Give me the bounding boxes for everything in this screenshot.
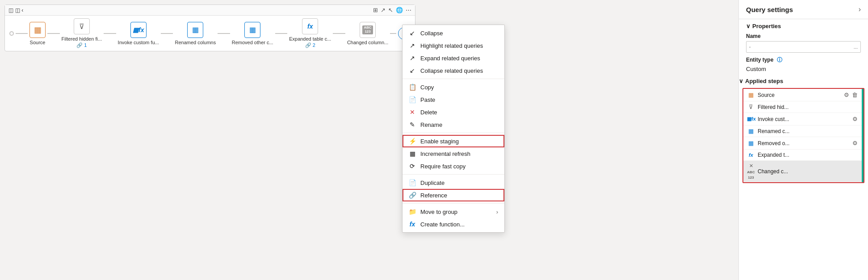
collapse-icon[interactable]: ↖: [388, 7, 393, 13]
expanded-step-icon[interactable]: fx: [302, 18, 318, 34]
move-to-group-label: Move to group: [420, 209, 457, 215]
removed-step-list-icon: ▦: [747, 140, 755, 146]
expand-icon[interactable]: ↗: [381, 7, 386, 13]
more-icon[interactable]: ⋯: [406, 7, 411, 13]
removed-settings-btn[interactable]: ⚙: [852, 139, 858, 147]
applied-step-expanded[interactable]: fx Expanded t...: [743, 150, 864, 161]
menu-item-duplicate[interactable]: 📄 Duplicate: [403, 176, 504, 189]
source-step-icon[interactable]: ▦: [29, 22, 46, 38]
renamed-step-icon[interactable]: ▦: [187, 22, 203, 38]
menu-item-incremental-refresh[interactable]: ▦ Incremental refresh: [403, 147, 504, 160]
filtered-step-icon[interactable]: ⊽: [74, 18, 90, 34]
menu-item-enable-staging[interactable]: ⚡ Enable staging: [403, 135, 504, 147]
connector-3: [161, 33, 173, 34]
reference-menu-icon: 🔗: [409, 192, 416, 199]
expanded-step-list-icon: fx: [747, 152, 755, 158]
changed-step-label: Changed column...: [347, 40, 388, 45]
filtered-step-list-label: Filtered hid...: [758, 104, 858, 110]
entity-type-row: Entity type ⓘ Custom: [746, 56, 861, 72]
separator-1: [403, 79, 504, 79]
entity-type-label: Entity type ⓘ: [746, 56, 861, 64]
properties-section-header[interactable]: ∨ Properties: [746, 23, 861, 29]
highlight-related-icon: ↗: [409, 42, 416, 49]
pipeline-step-renamed[interactable]: ▦ Renamed columns: [175, 22, 216, 45]
menu-item-highlight-related[interactable]: ↗ Highlight related queries: [403, 39, 504, 52]
entity-type-info-icon: ⓘ: [777, 57, 782, 63]
pipeline-step-invoke[interactable]: ▦fx Invoke custom fu...: [118, 22, 159, 45]
removed-step-actions: ⚙: [852, 139, 858, 147]
source-teal-bar: [862, 89, 864, 101]
query-editor-card: ◫ ◫ ‹ ⊞ ↗ ↖ 🌐 ⋯ ▦ Source: [4, 4, 415, 51]
changed-step-list-label: Changed c...: [758, 168, 858, 175]
changed-step-icon[interactable]: ABC 123: [360, 22, 376, 38]
delete-menu-icon: ✕: [409, 109, 416, 116]
source-settings-btn[interactable]: ⚙: [843, 91, 850, 99]
changed-teal-bar: [862, 161, 864, 182]
pipeline-step-expanded[interactable]: fx Expanded table c... 🔗 2: [289, 18, 331, 48]
menu-item-copy[interactable]: 📋 Copy: [403, 81, 504, 93]
main-area: ◫ ◫ ‹ ⊞ ↗ ↖ 🌐 ⋯ ▦ Source: [0, 0, 738, 280]
removed-icon: ▦: [249, 25, 256, 34]
menu-item-expand-related[interactable]: ↗ Expand related queries: [403, 52, 504, 64]
pipeline-step-changed[interactable]: ABC 123 Changed column...: [347, 22, 388, 45]
card-title-text: ◫ ‹: [15, 7, 23, 13]
applied-step-invoke[interactable]: ▦fx Invoke cust... ⚙: [743, 113, 864, 125]
applied-steps-header[interactable]: ∨ Applied steps: [739, 78, 868, 84]
filtered-teal-bar: [862, 101, 864, 113]
pipeline-step-source[interactable]: ▦ Source: [29, 22, 46, 45]
refresh-icon[interactable]: 🌐: [396, 7, 403, 13]
menu-item-create-function[interactable]: fx Create function...: [403, 218, 504, 230]
filtered-step-label: Filtered hidden fi...: [62, 36, 102, 42]
connector-1: [47, 33, 60, 34]
menu-item-collapse-related[interactable]: ↙ Collapse related queries: [403, 64, 504, 77]
menu-item-paste[interactable]: 📄 Paste: [403, 93, 504, 106]
paste-menu-icon: 📄: [409, 96, 416, 103]
renamed-teal-bar: [862, 125, 864, 137]
menu-item-delete[interactable]: ✕ Delete: [403, 106, 504, 118]
menu-item-rename[interactable]: ✎ Rename: [403, 118, 504, 131]
pipeline-step-removed[interactable]: ▦ Removed other c...: [232, 22, 273, 45]
source-step-list-icon: ▦: [747, 92, 755, 98]
expand-related-icon: ↗: [409, 54, 416, 62]
renamed-step-list-icon: ▦: [747, 128, 755, 134]
applied-step-filtered[interactable]: ⊽ Filtered hid...: [743, 101, 864, 113]
paste-menu-label: Paste: [420, 96, 435, 103]
menu-item-require-fast-copy[interactable]: ⟳ Require fast copy: [403, 160, 504, 172]
abc123-icon: ABC 123: [362, 25, 373, 34]
removed-step-icon[interactable]: ▦: [244, 22, 260, 38]
menu-item-reference[interactable]: 🔗 Reference: [403, 189, 504, 201]
connector-5: [275, 33, 288, 34]
applied-step-removed[interactable]: ▦ Removed o... ⚙: [743, 137, 864, 150]
expand-related-label: Expand related queries: [420, 55, 480, 62]
menu-item-collapse[interactable]: ↙ Collapse: [403, 27, 504, 39]
move-to-group-icon: 📁: [409, 208, 416, 215]
share-icon[interactable]: ⊞: [373, 7, 378, 13]
expanded-teal-bar: [862, 150, 864, 161]
pipeline-step-filtered[interactable]: ⊽ Filtered hidden fi... 🔗 1: [62, 18, 102, 48]
invoke-step-label: Invoke custom fu...: [118, 40, 159, 45]
renamed-icon: ▦: [192, 25, 199, 34]
renamed-step-label: Renamed columns: [175, 40, 216, 45]
highlight-related-label: Highlight related queries: [420, 42, 483, 49]
entity-type-value: Custom: [746, 66, 861, 72]
collapse-related-icon: ↙: [409, 67, 416, 74]
panel-collapse-chevron[interactable]: ›: [859, 5, 861, 13]
name-value-text: ·: [749, 44, 751, 50]
applied-step-renamed[interactable]: ▦ Renamed c...: [743, 125, 864, 137]
rename-menu-icon: ✎: [409, 121, 416, 128]
invoke-settings-btn[interactable]: ⚙: [852, 115, 858, 123]
fx-icon: fx: [307, 23, 313, 30]
applied-step-source[interactable]: ▦ Source ⚙ 🗑: [743, 89, 864, 101]
menu-item-move-to-group[interactable]: 📁 Move to group ›: [403, 205, 504, 218]
filter-icon: ⊽: [79, 22, 84, 31]
invoke-step-list-label: Invoke cust...: [758, 116, 849, 122]
separator-4: [403, 203, 504, 204]
applied-step-changed[interactable]: ✕ ABC123 Changed c...: [743, 161, 864, 182]
name-field-value[interactable]: · ...: [746, 41, 861, 53]
removed-teal-bar: [862, 137, 864, 150]
invoke-step-icon[interactable]: ▦fx: [130, 22, 147, 38]
card-title-icons: ⊞ ↗ ↖ 🌐 ⋯: [373, 7, 411, 13]
properties-label: Properties: [752, 23, 781, 29]
source-delete-btn[interactable]: 🗑: [851, 91, 858, 99]
filtered-link: 🔗 1: [76, 42, 87, 48]
